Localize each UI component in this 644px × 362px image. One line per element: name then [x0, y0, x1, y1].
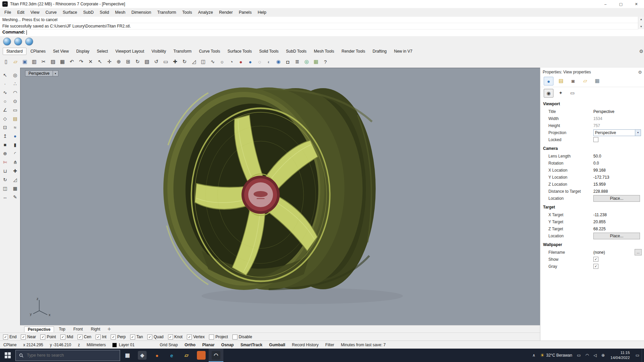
osnap-toggle[interactable]: End [3, 335, 16, 340]
y-location-field[interactable]: -172.713 [593, 175, 644, 180]
browse-button[interactable]: ... [635, 249, 642, 255]
annotate-icon[interactable]: ✎ [11, 193, 19, 201]
language-tray-icon[interactable]: ⊕ [599, 353, 607, 358]
move-icon[interactable]: ✚ [171, 57, 179, 66]
viewport-tab[interactable]: Front [70, 326, 86, 332]
osnap-toggle[interactable]: Near [21, 335, 36, 340]
checkbox[interactable] [209, 335, 214, 340]
paste-icon[interactable]: ▦ [58, 57, 67, 66]
redo-icon[interactable]: ↷ [77, 57, 86, 66]
osnap-toggle[interactable]: Quad [147, 335, 163, 340]
toolbar-tab[interactable]: Drafting [369, 48, 390, 55]
mirror-icon[interactable]: ◫ [199, 57, 208, 66]
checkbox[interactable] [168, 335, 173, 340]
layers-icon[interactable]: ≣ [293, 57, 302, 66]
projection-dropdown[interactable]: Perspective ▾ [593, 129, 641, 136]
scroll-up-icon[interactable]: ▲ [638, 17, 644, 22]
menu-item[interactable]: Panels [236, 8, 255, 17]
delete-icon[interactable]: ✕ [86, 57, 95, 66]
camera-place-button[interactable]: Place... [593, 195, 640, 202]
fillet-icon[interactable]: ◜ [11, 149, 19, 157]
x-location-field[interactable]: 99.168 [593, 168, 644, 173]
checkbox[interactable] [3, 335, 8, 340]
checkbox[interactable] [187, 335, 192, 340]
rotate-icon[interactable]: ↻ [180, 57, 189, 66]
viewport-page-icon[interactable]: ◉ [544, 89, 553, 98]
toolbar-tab[interactable]: Set View [50, 48, 72, 55]
pinned-app-icon[interactable]: ◆ [135, 349, 150, 362]
toolbar-options-gear-icon[interactable]: ⚙ [639, 49, 643, 54]
firefox-icon[interactable]: ● [150, 349, 164, 362]
menu-item[interactable]: Help [255, 8, 269, 17]
scale-icon[interactable]: ◿ [11, 176, 19, 183]
named-view-icon[interactable]: ▭ [161, 57, 170, 66]
render-icon[interactable] [3, 38, 11, 46]
toolbar-tab[interactable]: Transform [170, 48, 195, 55]
show-desktop-button[interactable] [642, 349, 644, 362]
rotation-field[interactable]: 0.0 [593, 161, 644, 166]
circle-icon[interactable]: ○ [218, 57, 226, 66]
start-button[interactable] [0, 349, 15, 362]
gray-checkbox[interactable] [593, 264, 598, 269]
cylinder-icon[interactable]: ▮ [11, 141, 19, 148]
new-file-icon[interactable]: ▯ [2, 57, 10, 66]
lock-icon[interactable]: ◘ [283, 57, 292, 66]
maximize-button[interactable]: ▢ [613, 0, 629, 8]
ellipse-icon[interactable]: ⊙ [11, 97, 19, 105]
rendering-tab-icon[interactable]: ◙ [569, 77, 578, 85]
checkbox[interactable] [111, 335, 116, 340]
menu-item[interactable]: Solid [97, 8, 112, 17]
grid-snap-icon[interactable]: ▦ [312, 57, 320, 66]
checkbox[interactable] [130, 335, 135, 340]
distance-to-target-field[interactable]: 228.888 [593, 189, 644, 194]
file-explorer-icon[interactable]: ▱ [179, 349, 194, 362]
select-icon[interactable]: ↖ [96, 57, 104, 66]
polygon-icon[interactable]: ◇ [1, 115, 9, 122]
undo-icon[interactable]: ↶ [67, 57, 76, 66]
gumball-icon[interactable]: ◎ [302, 57, 311, 66]
raytrace-sphere-icon[interactable]: ◉ [274, 57, 283, 66]
status-pane[interactable]: x 2124.295 [20, 343, 46, 347]
viewport-tab[interactable]: Top [55, 326, 68, 332]
taskbar-search[interactable] [15, 350, 120, 361]
status-toggle[interactable]: Planar [199, 343, 218, 347]
rhino-icon[interactable]: ◠ [209, 349, 223, 362]
arc-icon[interactable]: ◠ [11, 88, 19, 96]
taskbar-clock[interactable]: 11:15 14/04/2022 [607, 350, 633, 360]
join-icon[interactable]: ⊔ [1, 167, 9, 175]
checkbox[interactable] [60, 335, 65, 340]
z-target-field[interactable]: 68.225 [593, 227, 644, 231]
tray-expander-icon[interactable]: ∧ [530, 353, 538, 358]
checkbox[interactable] [21, 335, 26, 340]
status-toggle[interactable]: Filter [322, 343, 338, 347]
search-input[interactable] [26, 353, 105, 358]
display-tab-icon[interactable]: ▦ [593, 77, 602, 85]
display-tray-icon[interactable]: ▭ [575, 353, 583, 358]
mirror-icon[interactable]: ◫ [1, 184, 9, 192]
wallpaper-filename-field[interactable]: (none) [593, 250, 635, 255]
viewport-title-chip[interactable]: Perspective ▾ [25, 70, 58, 76]
x-target-field[interactable]: -11.238 [593, 213, 644, 217]
dimension-icon[interactable]: ↔ [1, 193, 9, 201]
pinned-app-orange-icon[interactable] [194, 349, 209, 362]
toolbar-tab[interactable]: Solid Tools [256, 48, 282, 55]
checkbox[interactable] [77, 335, 83, 340]
zoom-window-icon[interactable]: ▧ [143, 57, 151, 66]
surface-icon[interactable]: ▤ [11, 115, 19, 122]
menu-item[interactable]: Render [216, 8, 236, 17]
status-toggle[interactable]: Osnap [218, 343, 237, 347]
toolbar-tab[interactable]: Viewport Layout [112, 48, 148, 55]
rectangle-icon[interactable]: ▭ [11, 106, 19, 114]
analyze-icon[interactable]: ◔ [227, 57, 236, 66]
rotate-view-icon[interactable]: ↻ [133, 57, 142, 66]
toolbar-tab[interactable]: Mesh Tools [311, 48, 337, 55]
status-toggle[interactable]: Record History [288, 343, 322, 347]
display-page-icon[interactable]: ▭ [568, 89, 577, 97]
osnap-toggle[interactable]: Int [96, 335, 106, 340]
status-toggle[interactable]: Minutes from last save: 7 [337, 343, 389, 347]
osnap-toggle[interactable]: Vertex [187, 335, 205, 340]
point-cloud-icon[interactable]: ∴ [11, 80, 19, 87]
edge-icon[interactable]: e [164, 349, 179, 362]
menu-item[interactable]: Edit [14, 8, 28, 17]
array-icon[interactable]: ▦ [11, 184, 19, 192]
